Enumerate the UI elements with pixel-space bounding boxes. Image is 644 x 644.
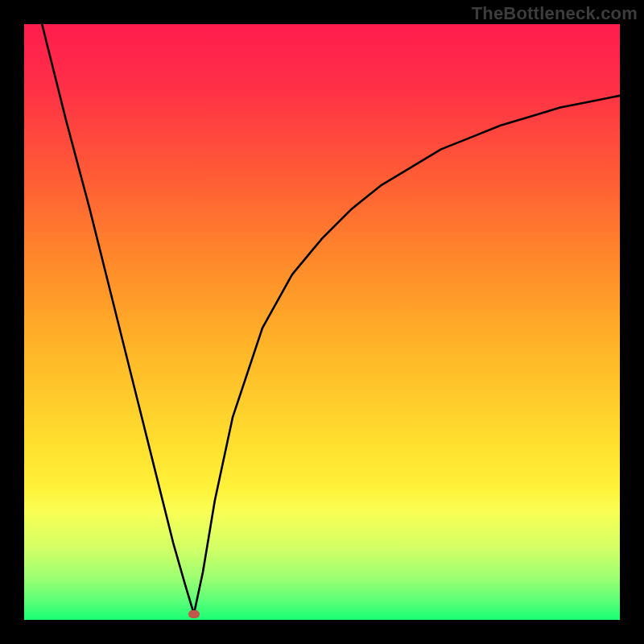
watermark-text: TheBottleneck.com — [472, 3, 638, 24]
minimum-marker-icon — [188, 610, 200, 618]
bottleneck-curve — [24, 24, 620, 620]
chart-frame: TheBottleneck.com — [0, 0, 644, 644]
plot-area — [24, 24, 620, 620]
